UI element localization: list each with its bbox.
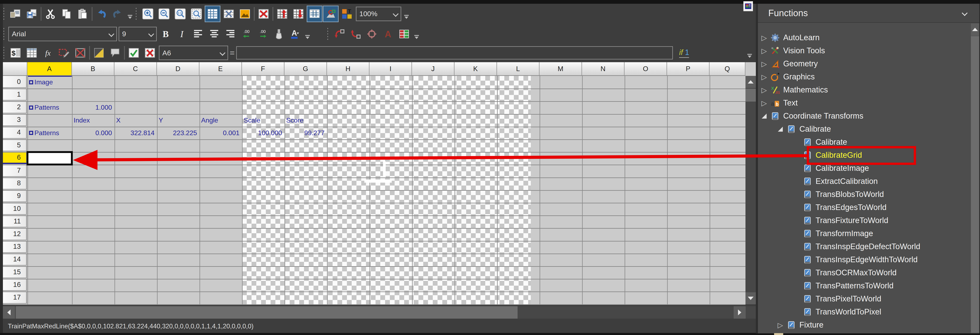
column-header-J[interactable]: J xyxy=(412,62,455,76)
view-spreadsheet-button[interactable] xyxy=(307,6,322,22)
column-header-O[interactable]: O xyxy=(625,62,667,76)
tree-item-transpixeltoworld[interactable]: TransPixelToWorld xyxy=(758,292,980,305)
cell-F3[interactable]: Scale xyxy=(242,114,285,127)
column-header-Q[interactable]: Q xyxy=(710,62,746,76)
cell-A0[interactable]: Image xyxy=(27,76,72,89)
accept-edit-button[interactable] xyxy=(126,45,141,60)
column-header-B[interactable]: B xyxy=(72,62,115,76)
row-header-8[interactable]: 8 xyxy=(3,178,27,189)
display-options-button[interactable]: T xyxy=(340,6,354,22)
row-header-6[interactable]: 6 xyxy=(3,152,27,164)
cell-B2[interactable]: 1.000 xyxy=(72,101,115,114)
italic-button[interactable]: I xyxy=(175,26,189,42)
format-painter-button[interactable] xyxy=(272,26,286,42)
spreadsheet[interactable]: ABCDEFGHIJKLMNOPQ01234567891011121314151… xyxy=(3,62,756,304)
tree-item-transocrmaxtoworld[interactable]: TransOCRMaxToWorld xyxy=(758,266,980,279)
edit-mask-button[interactable] xyxy=(92,45,106,60)
formula-input[interactable] xyxy=(236,46,673,59)
column-header-M[interactable]: M xyxy=(539,62,582,76)
locate-reference-button[interactable] xyxy=(364,26,379,42)
zoom-one-to-one-button[interactable]: 1:1 xyxy=(173,6,188,22)
tree-item-transpatternstoworld[interactable]: TransPatternsToWorld xyxy=(758,279,980,292)
tree-item-autolearn[interactable]: ▷AutoLearn xyxy=(758,31,972,44)
edit-region-button[interactable] xyxy=(57,45,72,60)
row-header-10[interactable]: 10 xyxy=(3,203,27,215)
tree-item-transformimage[interactable]: TransformImage xyxy=(758,227,980,240)
cell-C4[interactable]: 322.814 xyxy=(115,127,157,139)
tree-item-transinspedgewidthtoworld[interactable]: TransInspEdgeWidthToWorld xyxy=(758,253,980,266)
row-header-17[interactable]: 17 xyxy=(3,292,27,303)
tree-expander-collapsed[interactable]: ▷ xyxy=(760,73,768,81)
sheet-scroll-left-button[interactable] xyxy=(3,306,15,319)
row-header-9[interactable]: 9 xyxy=(3,190,27,202)
paste-button[interactable] xyxy=(75,6,90,22)
toolbar-grip-handle[interactable] xyxy=(3,46,6,60)
toolbar-grip-handle[interactable] xyxy=(327,27,331,41)
edit-structure-button[interactable] xyxy=(73,45,88,60)
cell-reference-combo[interactable]: A6 xyxy=(159,46,228,60)
if-condition-link[interactable]: if1 xyxy=(679,48,689,58)
panel-scroll-up-button[interactable] xyxy=(971,24,979,35)
redo-button[interactable] xyxy=(110,6,125,22)
panel-splitter[interactable] xyxy=(756,4,758,333)
tree-item-transblobstoworld[interactable]: TransBlobsToWorld xyxy=(758,188,980,201)
tree-item-fixture[interactable]: ▷Fixture xyxy=(758,318,980,332)
sheet-scroll-right-button[interactable] xyxy=(733,306,746,319)
tree-item-coordinate-transforms[interactable]: Coordinate Transforms xyxy=(758,110,972,122)
tree-item-calibrategrid[interactable]: CalibrateGrid xyxy=(758,149,980,162)
tree-item-text[interactable]: ▷abText xyxy=(758,97,972,110)
cell-E4[interactable]: 0.001 xyxy=(199,127,242,139)
tree-item-graphics[interactable]: ▷Graphics xyxy=(758,70,972,83)
row-header-7[interactable]: 7 xyxy=(3,165,27,176)
format-overflow-button[interactable] xyxy=(304,28,311,40)
sheet-vertical-scrollbar[interactable] xyxy=(746,76,756,304)
bold-button[interactable]: B xyxy=(158,26,173,42)
column-header-H[interactable]: H xyxy=(327,62,369,76)
collapse-panel-icon[interactable] xyxy=(962,10,967,16)
zoom-level-combo[interactable]: 100% xyxy=(356,6,401,21)
cell-B4[interactable]: 0.000 xyxy=(72,127,115,139)
align-left-button[interactable] xyxy=(191,26,205,42)
tree-item-transinspedgedefecttoworld[interactable]: TransInspEdgeDefectToWorld xyxy=(758,240,980,253)
toolbar-grip-handle[interactable] xyxy=(3,27,6,41)
functions-panel-header[interactable]: Functions xyxy=(758,4,979,23)
cut-button[interactable] xyxy=(43,6,58,22)
tree-expander-collapsed[interactable]: ▷ xyxy=(760,34,768,41)
column-header-K[interactable]: K xyxy=(455,62,497,76)
tree-expander-collapsed[interactable]: ▷ xyxy=(760,100,768,106)
cell-A2[interactable]: Patterns xyxy=(27,101,72,114)
cell-D3[interactable]: Y xyxy=(157,114,199,127)
tree-item-mathematics[interactable]: ▷X.01Mathematics xyxy=(758,83,972,97)
tree-item-calibrateimage[interactable]: CalibrateImage xyxy=(758,162,980,175)
font-size-combo[interactable]: 9 xyxy=(119,27,157,41)
row-header-14[interactable]: 14 xyxy=(3,254,27,265)
sheet-vscroll-thumb[interactable] xyxy=(746,89,756,102)
tree-item-calibrate[interactable]: Calibrate xyxy=(758,122,980,136)
font-name-combo[interactable]: Arial xyxy=(8,27,117,41)
column-header-P[interactable]: P xyxy=(667,62,710,76)
absolute-reference-button[interactable]: $ xyxy=(8,45,23,60)
row-header-1[interactable]: 1 xyxy=(3,89,27,100)
save-job-button[interactable] xyxy=(24,6,39,22)
tree-item-transedgestoworld[interactable]: TransEdgesToWorld xyxy=(758,201,980,214)
delete-cells-button[interactable] xyxy=(256,6,271,22)
shift-cells-up-button[interactable] xyxy=(275,6,290,22)
maximize-spreadsheet-button[interactable] xyxy=(205,6,220,22)
conditional-colors-button[interactable] xyxy=(397,26,411,42)
cell-A4[interactable]: Patterns xyxy=(27,127,72,139)
column-header-C[interactable]: C xyxy=(115,62,157,76)
insert-comment-button[interactable] xyxy=(108,45,123,60)
tree-expander-expanded[interactable] xyxy=(760,114,768,119)
row-header-15[interactable]: 15 xyxy=(3,266,27,278)
cell-D4[interactable]: 223.225 xyxy=(157,127,199,139)
cell-F4[interactable]: 100.000 xyxy=(242,127,285,139)
spreadsheet-view-corner-button[interactable] xyxy=(743,1,753,11)
column-header-G[interactable]: G xyxy=(285,62,327,76)
image-thumbnail-button[interactable] xyxy=(238,6,252,22)
cell-G3[interactable]: Score xyxy=(285,114,327,127)
sheet-hscroll-thumb[interactable] xyxy=(16,306,517,319)
row-header-12[interactable]: 12 xyxy=(3,228,27,240)
edit-overflow-button[interactable] xyxy=(746,47,753,59)
tree-item-transworldtopixel[interactable]: TransWorldToPixel xyxy=(758,305,980,318)
tree-expander-expanded[interactable] xyxy=(776,127,784,132)
